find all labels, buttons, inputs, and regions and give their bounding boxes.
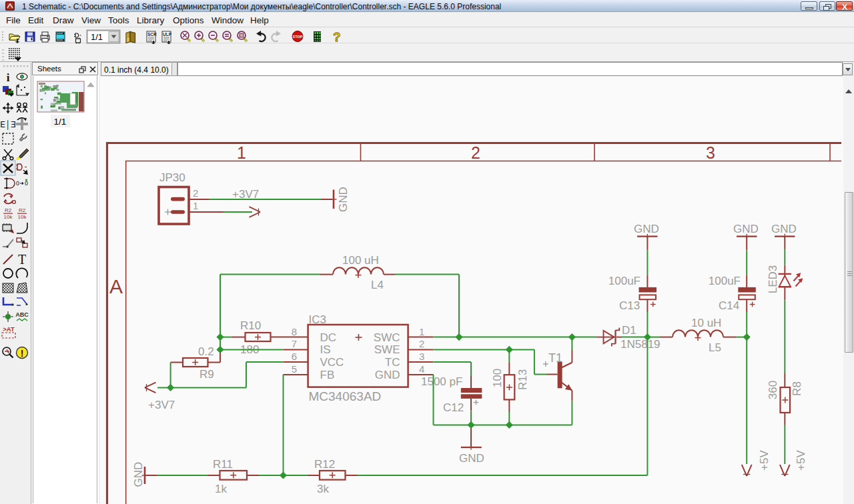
- svg-text:SWC: SWC: [374, 331, 400, 344]
- svg-text:10 uH: 10 uH: [691, 317, 721, 329]
- svg-text:GND: GND: [375, 369, 400, 381]
- svg-text:DC: DC: [320, 331, 337, 344]
- svg-text:C12: C12: [443, 401, 464, 414]
- svg-text:1/1: 1/1: [54, 117, 67, 127]
- svg-text:R9: R9: [199, 368, 214, 381]
- svg-text:SWE: SWE: [374, 343, 400, 356]
- svg-text:ABC: ABC: [15, 311, 29, 318]
- svg-text:D1: D1: [622, 324, 636, 337]
- svg-text:0: 0: [16, 180, 19, 187]
- svg-text:SCR: SCR: [147, 32, 157, 37]
- svg-text:FB: FB: [320, 369, 335, 381]
- svg-text:10k: 10k: [18, 214, 27, 220]
- svg-text:>AT: >AT: [3, 325, 15, 333]
- svg-text:5: 5: [292, 363, 297, 375]
- svg-text:1N5819: 1N5819: [620, 338, 661, 351]
- svg-text:2: 2: [419, 338, 424, 349]
- svg-text:360: 360: [767, 381, 779, 399]
- svg-text:STOP: STOP: [293, 35, 303, 39]
- svg-text:4: 4: [419, 363, 424, 375]
- svg-text:1500 pF: 1500 pF: [421, 375, 462, 388]
- svg-text:100uF: 100uF: [709, 275, 741, 287]
- svg-text:GND: GND: [337, 187, 350, 212]
- svg-text:T: T: [18, 252, 26, 267]
- svg-text:LED3: LED3: [767, 265, 779, 294]
- svg-text:TC: TC: [385, 356, 400, 369]
- svg-text:GND: GND: [459, 452, 484, 465]
- svg-text:+3V7: +3V7: [148, 399, 175, 411]
- svg-text:R12: R12: [314, 458, 335, 471]
- svg-text:2: 2: [193, 187, 198, 199]
- svg-text:1: 1: [193, 200, 198, 211]
- svg-text:R10: R10: [240, 319, 261, 332]
- svg-text:+5V: +5V: [758, 449, 771, 470]
- svg-text:IS: IS: [320, 343, 331, 356]
- svg-text:R2: R2: [5, 207, 12, 213]
- svg-text:1: 1: [419, 326, 424, 337]
- svg-text:i: i: [7, 71, 10, 84]
- svg-text:L5: L5: [709, 341, 721, 354]
- svg-text:3: 3: [706, 143, 715, 162]
- svg-text:JP30: JP30: [159, 171, 185, 184]
- svg-text:100uF: 100uF: [608, 275, 640, 287]
- svg-text:10k: 10k: [4, 214, 13, 220]
- svg-text:C14: C14: [719, 299, 739, 312]
- svg-text:1k: 1k: [215, 483, 227, 495]
- svg-text:1: 1: [237, 143, 246, 162]
- svg-text:IC3: IC3: [309, 313, 326, 326]
- svg-text:8: 8: [292, 326, 297, 337]
- svg-text:L4: L4: [371, 279, 384, 291]
- svg-text:3k: 3k: [317, 483, 329, 495]
- svg-text:+3V7: +3V7: [232, 188, 259, 201]
- svg-text:!: !: [21, 348, 24, 359]
- svg-text:100: 100: [491, 369, 504, 387]
- svg-text:MC34063AD: MC34063AD: [309, 389, 382, 403]
- svg-text:R8: R8: [791, 381, 803, 396]
- svg-text:6: 6: [292, 351, 297, 362]
- svg-text:A: A: [109, 275, 123, 297]
- svg-text:GND: GND: [733, 223, 759, 235]
- svg-text:100 uH: 100 uH: [342, 254, 379, 267]
- svg-text:2: 2: [471, 143, 480, 162]
- svg-text:GND: GND: [634, 223, 659, 235]
- svg-text:+5V: +5V: [795, 449, 807, 470]
- svg-text:R11: R11: [213, 458, 233, 471]
- svg-text:?: ?: [333, 30, 341, 44]
- svg-text:1/1: 1/1: [91, 32, 103, 42]
- svg-text:GND: GND: [771, 223, 797, 235]
- svg-text:C13: C13: [619, 299, 640, 312]
- svg-text:E│Ǝ: E│Ǝ: [0, 120, 15, 130]
- svg-text:R13: R13: [516, 369, 529, 390]
- svg-text:R2: R2: [19, 207, 26, 213]
- svg-text:VCC: VCC: [320, 356, 344, 369]
- svg-text:GND: GND: [132, 462, 145, 487]
- svg-text:3: 3: [419, 351, 424, 362]
- svg-text:0.2: 0.2: [198, 345, 214, 358]
- svg-text:T1: T1: [548, 351, 562, 365]
- svg-text:7: 7: [292, 338, 297, 349]
- svg-text:ULP: ULP: [163, 32, 172, 37]
